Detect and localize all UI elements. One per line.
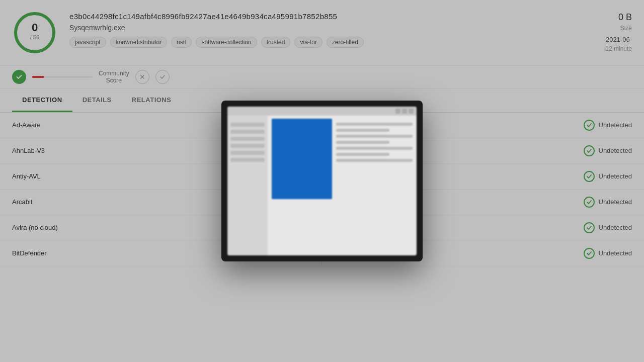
popup-sidebar-item — [230, 137, 265, 141]
popup-sidebar-item — [230, 151, 265, 155]
overlay — [0, 0, 644, 362]
popup-sidebar-item — [230, 144, 265, 148]
popup-window — [221, 101, 423, 261]
popup-line — [336, 159, 413, 162]
popup-sidebar-item — [230, 158, 265, 162]
popup-sidebar — [227, 107, 268, 255]
popup-line — [336, 153, 389, 156]
popup-inner — [227, 107, 417, 255]
popup-line — [336, 141, 389, 144]
popup-line — [336, 129, 389, 132]
popup-titlebar — [227, 107, 417, 116]
titlebar-btn-minimize — [395, 109, 400, 114]
popup-line — [336, 123, 413, 126]
popup-main — [268, 107, 417, 255]
popup-blue-box — [272, 119, 332, 199]
titlebar-btn-close — [409, 109, 414, 114]
popup-line — [336, 147, 413, 150]
popup-sidebar-item — [230, 130, 265, 134]
titlebar-btn-maximize — [402, 109, 407, 114]
popup-sidebar-item — [230, 123, 265, 127]
popup-line — [336, 135, 413, 138]
popup-lines — [336, 123, 413, 251]
